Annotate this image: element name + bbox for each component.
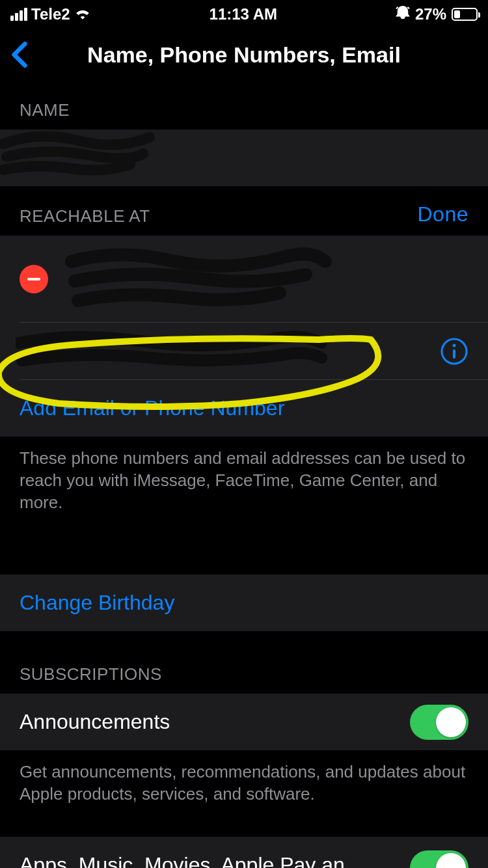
delete-button[interactable]: [20, 265, 48, 293]
status-time: 11:13 AM: [210, 5, 277, 23]
reachable-list: Add Email or Phone Number: [0, 236, 488, 437]
apps-music-row[interactable]: Apps, Music, Movies, Apple Pay an: [0, 837, 488, 868]
status-bar: Tele2 11:13 AM 27%: [0, 0, 488, 29]
cellular-signal-icon: [10, 8, 27, 21]
minus-icon: [27, 278, 40, 280]
section-header-subscriptions: SUBSCRIPTIONS: [0, 632, 488, 694]
add-email-phone-button[interactable]: Add Email or Phone Number: [0, 380, 488, 437]
battery-icon: [452, 8, 478, 21]
redaction-scribble: [65, 242, 338, 314]
announcements-footer: Get announcements, recommendations, and …: [0, 751, 488, 806]
apps-music-label: Apps, Music, Movies, Apple Pay an: [20, 853, 345, 868]
alarm-icon: [396, 5, 410, 23]
reachable-row-2[interactable]: [0, 323, 488, 380]
info-icon: [440, 337, 468, 366]
redaction-scribble: [0, 124, 169, 183]
carrier-label: Tele2: [31, 5, 70, 23]
info-button[interactable]: [440, 337, 468, 366]
toggle-knob: [436, 707, 466, 737]
change-birthday-button[interactable]: Change Birthday: [0, 575, 488, 632]
status-right-group: 27%: [396, 5, 478, 23]
wifi-icon: [74, 5, 91, 23]
done-button[interactable]: Done: [418, 202, 469, 226]
svg-point-1: [453, 344, 456, 347]
back-button[interactable]: [7, 42, 33, 68]
section-header-name: NAME: [0, 85, 488, 129]
announcements-row[interactable]: Announcements: [0, 694, 488, 751]
status-left-group: Tele2: [10, 5, 91, 23]
battery-percentage: 27%: [415, 5, 446, 23]
announcements-label: Announcements: [20, 710, 170, 734]
announcements-toggle[interactable]: [410, 705, 468, 740]
section-header-reachable: REACHABLE AT Done: [0, 187, 488, 236]
redaction-scribble: [16, 327, 328, 377]
chevron-left-icon: [12, 42, 27, 68]
apps-music-toggle[interactable]: [410, 850, 468, 868]
reachable-row-1[interactable]: [0, 236, 488, 323]
name-cell[interactable]: [0, 129, 488, 187]
page-title: Name, Phone Numbers, Email: [0, 42, 488, 68]
toggle-knob: [436, 853, 466, 868]
reachable-footer: These phone numbers and email addresses …: [0, 437, 488, 513]
nav-header: Name, Phone Numbers, Email: [0, 29, 488, 81]
svg-rect-2: [453, 349, 455, 359]
